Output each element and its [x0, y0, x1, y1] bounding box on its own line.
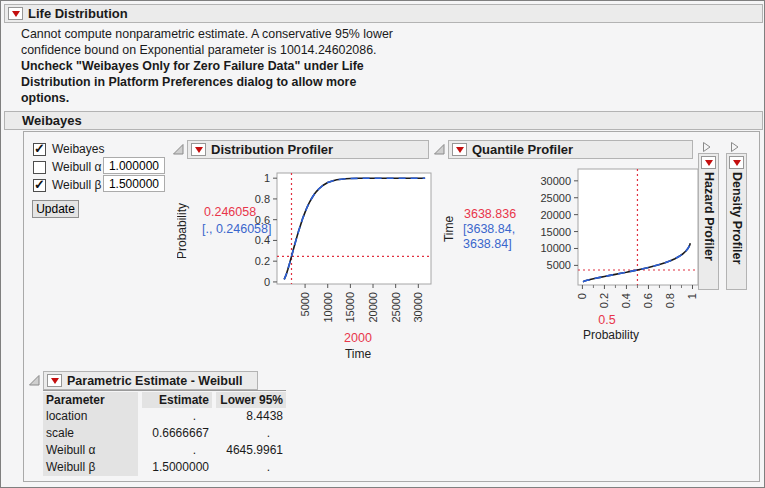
- y-tick-label: 20000: [540, 209, 571, 221]
- distribution-profiler-plot: Probability0.246058[., 0.246058]00.20.40…: [177, 161, 441, 366]
- message-line: Cannot compute nonparametric estimate. A…: [21, 26, 393, 42]
- weibull-alpha-checkbox-label: Weibull α: [52, 160, 101, 174]
- x-tick-label: 0: [576, 293, 588, 299]
- y-tick-label: 15000: [540, 226, 571, 238]
- quantile-profiler-plot: Time3638.836[3638.84,3638.84]50001000015…: [441, 161, 711, 346]
- x-axis-label: Probability: [583, 328, 639, 342]
- weibull-alpha-checkbox[interactable]: [33, 161, 46, 174]
- weibull-alpha-input[interactable]: [103, 157, 165, 174]
- plot-frame: [578, 169, 698, 285]
- weibayes-checkbox-label: Weibayes: [52, 142, 104, 156]
- table-cell-value: .: [142, 442, 212, 459]
- disclosure-open-icon-distribution-profiler[interactable]: [172, 143, 184, 155]
- hazard-profiler-collapsed-panel[interactable]: Hazard Profiler: [698, 153, 719, 290]
- weibull-beta-input[interactable]: [103, 175, 165, 192]
- current-y-value: 3638.836: [464, 207, 516, 221]
- weibull-alpha-row: Weibull α: [31, 158, 101, 176]
- weibull-beta-row: Weibull β: [31, 176, 101, 194]
- table-cell-parameter: Weibull β: [43, 459, 138, 476]
- x-tick-label: 15000: [344, 292, 356, 323]
- x-tick-label: 0.4: [620, 293, 632, 308]
- parametric-estimate-header: Parametric Estimate - Weibull: [43, 371, 258, 390]
- disclosure-open-icon-quantile-profiler[interactable]: [433, 143, 445, 155]
- red-triangle-icon: [456, 147, 464, 153]
- red-triangle-menu-quantile-profiler[interactable]: [452, 143, 467, 156]
- quantile-profiler-header: Quantile Profiler: [448, 140, 693, 159]
- x-tick-label: 0.2: [598, 293, 610, 308]
- x-tick-label: 1: [686, 293, 698, 299]
- disclosure-closed-icon-hazard-profiler[interactable]: [700, 141, 712, 153]
- y-tick-label: 25000: [540, 192, 571, 204]
- life-distribution-header: Life Distribution: [4, 4, 763, 23]
- x-tick-label: 5000: [299, 292, 311, 316]
- table-cell-parameter: scale: [43, 425, 138, 442]
- distribution-profiler-title[interactable]: Distribution Profiler: [211, 142, 333, 157]
- weibayes-checkbox[interactable]: [33, 143, 46, 156]
- table-cell-value: 0.6666667: [142, 425, 212, 442]
- life-distribution-title[interactable]: Life Distribution: [28, 6, 128, 21]
- parametric-estimate-table: ParameterEstimateLower 95%location.8.443…: [43, 390, 286, 476]
- confidence-interval-value: 3638.84]: [463, 237, 512, 251]
- y-tick-label: 1: [264, 172, 270, 184]
- density-profiler-collapsed-panel[interactable]: Density Profiler: [726, 153, 747, 290]
- weibull-beta-checkbox[interactable]: [33, 179, 46, 192]
- quantile-profiler-title[interactable]: Quantile Profiler: [472, 142, 573, 157]
- y-tick-label: 5000: [547, 259, 571, 271]
- red-triangle-icon: [733, 160, 741, 166]
- message-line: confidence bound on Exponential paramete…: [21, 42, 376, 58]
- current-y-value: 0.246058: [204, 205, 256, 219]
- life-distribution-window: Life Distribution Cannot compute nonpara…: [0, 0, 765, 488]
- update-button[interactable]: Update: [32, 200, 79, 218]
- x-tick-label: 0.8: [664, 293, 676, 308]
- current-x-value[interactable]: 2000: [344, 331, 372, 345]
- x-tick-label: 0.6: [642, 293, 654, 308]
- weibayes-row: Weibayes: [31, 140, 104, 158]
- red-triangle-icon: [705, 160, 713, 166]
- table-cell-value: .: [216, 425, 286, 442]
- y-tick-label: 30000: [540, 175, 571, 187]
- current-x-value[interactable]: 0.5: [598, 313, 615, 327]
- table-cell-value: .: [216, 459, 286, 476]
- red-triangle-menu-parametric-estimate[interactable]: [47, 374, 62, 387]
- column-header: Lower 95%: [216, 392, 286, 408]
- table-cell-parameter: Weibull α: [43, 442, 138, 459]
- y-tick-label: 0.6: [255, 214, 270, 226]
- table-cell-value: 1.5000000: [142, 459, 212, 476]
- red-triangle-icon: [12, 11, 20, 17]
- y-tick-label: 0.4: [255, 234, 270, 246]
- red-triangle-menu-density-profiler[interactable]: [729, 156, 744, 169]
- x-tick-label: 30000: [412, 292, 424, 323]
- x-tick-label: 25000: [390, 292, 402, 323]
- disclosure-closed-icon-density-profiler[interactable]: [728, 141, 740, 153]
- parametric-estimate-title[interactable]: Parametric Estimate - Weibull: [67, 374, 243, 388]
- table-cell-value: .: [142, 408, 212, 425]
- disclosure-open-icon-parametric-estimate[interactable]: [28, 374, 40, 386]
- warning-line: options.: [21, 90, 69, 106]
- y-tick-label: 0: [264, 276, 270, 288]
- red-triangle-icon: [51, 378, 59, 384]
- y-tick-label: 10000: [540, 242, 571, 254]
- y-tick-label: 0.8: [255, 193, 270, 205]
- weibayes-header: Weibayes: [4, 111, 763, 130]
- table-cell-parameter: location: [43, 408, 138, 425]
- red-triangle-icon: [195, 147, 203, 153]
- hazard-profiler-title[interactable]: Hazard Profiler: [702, 172, 716, 261]
- x-axis-label: Time: [345, 347, 372, 361]
- red-triangle-menu-life-distribution[interactable]: [8, 7, 23, 20]
- weibayes-title[interactable]: Weibayes: [22, 113, 82, 128]
- table-cell-value: 4645.9961: [216, 442, 286, 459]
- column-header: Parameter: [43, 392, 138, 408]
- red-triangle-menu-distribution-profiler[interactable]: [191, 143, 206, 156]
- warning-line: Uncheck "Weibayes Only for Zero Failure …: [21, 58, 364, 74]
- y-axis-label: Probability: [177, 203, 189, 259]
- warning-line: Distribution in Platform Preferences dia…: [21, 74, 356, 90]
- x-tick-label: 20000: [367, 292, 379, 323]
- distribution-profiler-header: Distribution Profiler: [187, 140, 429, 159]
- x-tick-label: 10000: [322, 292, 334, 323]
- red-triangle-menu-hazard-profiler[interactable]: [701, 156, 716, 169]
- y-axis-label: Time: [442, 216, 456, 243]
- confidence-interval-value: [3638.84,: [463, 222, 515, 236]
- y-tick-label: 0.2: [255, 255, 270, 267]
- weibull-beta-checkbox-label: Weibull β: [52, 178, 101, 192]
- density-profiler-title[interactable]: Density Profiler: [730, 172, 744, 264]
